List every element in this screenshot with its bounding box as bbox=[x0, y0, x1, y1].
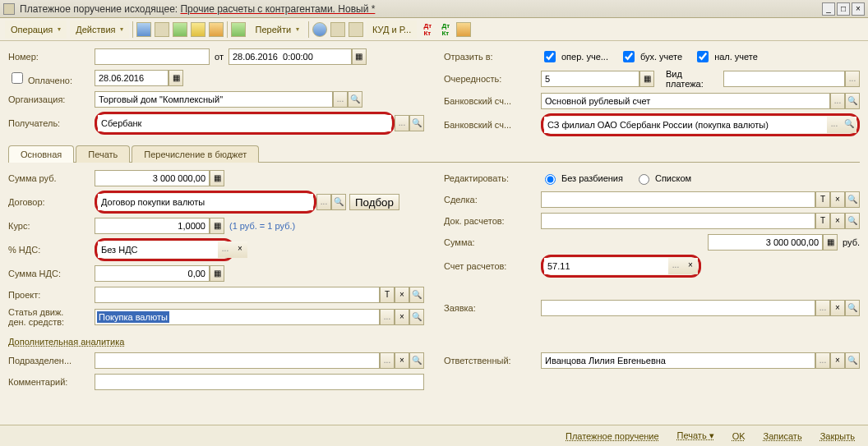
vat-pct-input[interactable] bbox=[98, 241, 218, 258]
help-icon[interactable] bbox=[312, 22, 327, 37]
sum-rub-calc-icon[interactable]: ▦ bbox=[210, 170, 224, 186]
bank2-search-icon[interactable]: 🔍 bbox=[842, 117, 856, 133]
tab-main[interactable]: Основная bbox=[8, 145, 74, 163]
pp-button[interactable]: Платежное поручение bbox=[559, 429, 666, 444]
request-select-icon[interactable]: ... bbox=[815, 300, 830, 316]
deal-input[interactable] bbox=[541, 191, 815, 208]
project-clear-icon[interactable]: × bbox=[395, 287, 409, 303]
post-icon[interactable] bbox=[173, 22, 187, 37]
receiver-search-icon[interactable]: 🔍 bbox=[409, 115, 424, 131]
sum-input[interactable] bbox=[708, 234, 823, 251]
paytype-input[interactable] bbox=[723, 71, 845, 87]
paid-checkbox[interactable] bbox=[12, 72, 23, 84]
edit-list-radio[interactable] bbox=[639, 174, 649, 185]
paid-calendar-icon[interactable]: ▦ bbox=[169, 70, 183, 86]
resp-clear-icon[interactable]: × bbox=[830, 352, 845, 369]
structure-icon[interactable] bbox=[330, 22, 345, 37]
print-button[interactable]: Печать ▾ bbox=[671, 428, 721, 444]
comment-input[interactable] bbox=[95, 374, 424, 390]
minimize-button[interactable]: _ bbox=[822, 2, 835, 16]
resp-search-icon[interactable]: 🔍 bbox=[845, 352, 860, 369]
sum-calc-icon[interactable]: ▦ bbox=[823, 234, 838, 251]
paid-date-input[interactable] bbox=[95, 70, 169, 86]
acct-input[interactable] bbox=[544, 258, 668, 274]
project-t-icon[interactable]: T bbox=[380, 287, 395, 303]
post-close-icon[interactable] bbox=[191, 22, 205, 37]
receiver-select-icon[interactable]: ... bbox=[395, 115, 409, 131]
reflect-oper-checkbox[interactable] bbox=[544, 51, 556, 62]
save-icon[interactable] bbox=[136, 22, 151, 37]
project-input[interactable] bbox=[95, 287, 380, 303]
podbor-button[interactable]: Подбор bbox=[349, 194, 399, 210]
org-select-icon[interactable]: ... bbox=[333, 91, 348, 108]
paytype-select-icon[interactable]: ... bbox=[845, 71, 860, 87]
request-clear-icon[interactable]: × bbox=[830, 300, 845, 316]
vat-sum-calc-icon[interactable]: ▦ bbox=[210, 265, 224, 282]
dept-clear-icon[interactable]: × bbox=[395, 352, 409, 369]
bank2-input[interactable] bbox=[544, 117, 827, 133]
docs-search-icon[interactable]: 🔍 bbox=[845, 213, 860, 229]
article-value[interactable]: Покупка валюты bbox=[97, 311, 169, 323]
resp-input[interactable] bbox=[541, 352, 815, 369]
calendar-icon[interactable]: ▦ bbox=[352, 48, 367, 65]
ok-button[interactable]: OK bbox=[726, 429, 752, 444]
date-input[interactable] bbox=[229, 48, 352, 65]
kud-button[interactable]: КУД и Р... bbox=[367, 21, 417, 39]
dtkt-red-icon[interactable]: ДтКт bbox=[420, 22, 435, 37]
request-input[interactable] bbox=[541, 300, 815, 316]
acct-clear-icon[interactable]: × bbox=[683, 258, 698, 274]
article-clear-icon[interactable]: × bbox=[395, 309, 409, 325]
vat-pct-clear-icon[interactable]: × bbox=[233, 241, 247, 258]
open-icon[interactable] bbox=[155, 22, 169, 37]
docs-t-icon[interactable]: T bbox=[815, 213, 830, 229]
docs-clear-icon[interactable]: × bbox=[830, 213, 845, 229]
deal-search-icon[interactable]: 🔍 bbox=[845, 191, 860, 208]
bank1-search-icon[interactable]: 🔍 bbox=[845, 93, 860, 109]
org-search-icon[interactable]: 🔍 bbox=[348, 91, 362, 108]
report-icon[interactable] bbox=[349, 22, 363, 37]
vat-pct-select-icon[interactable]: ... bbox=[218, 241, 233, 258]
dept-input[interactable] bbox=[95, 352, 380, 369]
project-search-icon[interactable]: 🔍 bbox=[409, 287, 424, 303]
operation-menu[interactable]: Операция bbox=[5, 21, 67, 39]
goto-menu[interactable]: Перейти bbox=[249, 21, 305, 39]
acct-select-icon[interactable]: ... bbox=[668, 258, 683, 274]
reflect-nal-checkbox[interactable] bbox=[697, 51, 709, 62]
order-calc-icon[interactable]: ▦ bbox=[639, 71, 654, 87]
contract-search-icon[interactable]: 🔍 bbox=[331, 194, 346, 210]
docs-input[interactable] bbox=[541, 213, 815, 229]
receiver-input[interactable] bbox=[98, 115, 391, 131]
close-footer-button[interactable]: Закрыть bbox=[814, 429, 861, 444]
dept-select-icon[interactable]: ... bbox=[380, 352, 395, 369]
movement-icon[interactable] bbox=[231, 22, 246, 37]
dept-search-icon[interactable]: 🔍 bbox=[409, 352, 424, 369]
org-input[interactable] bbox=[95, 91, 333, 108]
deal-clear-icon[interactable]: × bbox=[830, 191, 845, 208]
t-icon[interactable] bbox=[456, 22, 471, 37]
close-button[interactable]: × bbox=[852, 2, 865, 16]
reflect-bux-checkbox[interactable] bbox=[623, 51, 635, 62]
dtkt-green-icon[interactable]: ДтКт bbox=[438, 22, 453, 37]
tab-print[interactable]: Печать bbox=[76, 145, 130, 163]
deal-t-icon[interactable]: T bbox=[815, 191, 830, 208]
number-input[interactable] bbox=[95, 48, 210, 65]
sum-rub-input[interactable] bbox=[95, 170, 210, 186]
rate-calc-icon[interactable]: ▦ bbox=[210, 218, 224, 234]
rate-input[interactable] bbox=[95, 218, 210, 234]
bank1-select-icon[interactable]: ... bbox=[830, 93, 845, 109]
tab-budget[interactable]: Перечисление в бюджет bbox=[132, 145, 259, 163]
save-button[interactable]: Записать bbox=[757, 429, 809, 444]
actions-menu[interactable]: Действия bbox=[70, 21, 129, 39]
cancel-post-icon[interactable] bbox=[209, 22, 224, 37]
maximize-button[interactable]: □ bbox=[837, 2, 850, 16]
vat-sum-input[interactable] bbox=[95, 265, 210, 282]
contract-input[interactable] bbox=[98, 194, 313, 210]
resp-select-icon[interactable]: ... bbox=[815, 352, 830, 369]
article-select-icon[interactable]: ... bbox=[380, 309, 395, 325]
bank1-input[interactable] bbox=[541, 93, 830, 109]
bank2-select-icon[interactable]: ... bbox=[827, 117, 842, 133]
edit-nosplit-radio[interactable] bbox=[545, 174, 556, 185]
request-search-icon[interactable]: 🔍 bbox=[845, 300, 860, 316]
extra-section-title[interactable]: Дополнительная аналитика bbox=[8, 337, 860, 347]
contract-select-icon[interactable]: ... bbox=[316, 194, 331, 210]
